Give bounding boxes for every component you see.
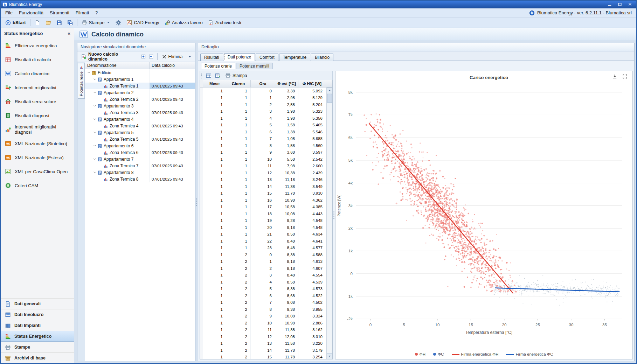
tree-row-zona-termica-5[interactable]: Zona Termica 507/01/2025 09:43 [85, 136, 195, 142]
sidebar-item-efficienza-energetica[interactable]: Efficienza energetica [1, 38, 74, 52]
sidebar-item-risultati-diagnosi[interactable]: Risultati diagnosi [1, 108, 74, 122]
download-chart-icon[interactable] [612, 74, 617, 79]
table-row[interactable]: 121311,583.220 [200, 340, 326, 347]
sidebar-item-interventi-migliorativi[interactable]: Interventi migliorativi [1, 80, 74, 94]
table-row[interactable]: 111210,382.439 [200, 169, 326, 176]
settings-button[interactable] [113, 19, 124, 27]
new-document-button[interactable] [32, 19, 43, 27]
scroll-up-button[interactable] [327, 88, 332, 93]
archivio-testi-button[interactable]: abArchivio testi [206, 19, 244, 27]
legend-c[interactable]: ΦC [433, 352, 444, 356]
table-row[interactable]: 1131,985.323 [200, 108, 326, 115]
table-row[interactable]: 111710,584.385 [200, 204, 326, 211]
tree-row-appartamento-8[interactable]: Appartamento 8 [85, 169, 195, 176]
sidebar-item-criteri-cam[interactable]: Criteri CAM [1, 178, 74, 192]
expand-all-button[interactable] [140, 53, 147, 60]
menu-item[interactable]: ? [92, 9, 101, 17]
collapse-sidebar-button[interactable]: « [68, 30, 70, 36]
tab-dati-potenze[interactable]: Dati potenze [224, 53, 255, 61]
tree-row-appartamento-6[interactable]: Appartamento 6 [85, 142, 195, 149]
close-button[interactable] [625, 2, 635, 8]
column-est-c[interactable]: Θ est [°C] [275, 80, 298, 87]
chevron-down-icon[interactable] [92, 157, 97, 161]
table-row[interactable]: 11209,184.548 [200, 224, 326, 231]
table-row[interactable]: 1181,584.560 [200, 142, 326, 149]
sidebar-item-xml-per-casaclima-open[interactable]: XML per CasaClima Open [1, 164, 74, 178]
table-row[interactable]: 1193,683.597 [200, 149, 326, 156]
bstart-button[interactable]: bStart [3, 19, 28, 27]
table-row[interactable]: 121411,783.179 [200, 347, 326, 354]
table-row[interactable]: 121010,982.886 [200, 320, 326, 327]
sidebar-item-xml-nazionale-sintetico[interactable]: XMLXML Nazionale (Sintetico) [1, 136, 74, 150]
menu-filmati[interactable]: Filmati [72, 9, 92, 17]
table-row[interactable]: 1151,585.465 [200, 122, 326, 129]
table-row[interactable]: 1279,084.502 [200, 299, 326, 306]
tree-row-appartamento-3[interactable]: Appartamento 3 [85, 103, 195, 109]
table-row[interactable]: 11199,284.548 [200, 217, 326, 224]
table-row[interactable]: 1248,584.539 [200, 279, 326, 286]
stampe-button[interactable]: Stampe [79, 19, 113, 27]
panel-splitter[interactable] [195, 43, 198, 361]
menu-strumenti[interactable]: Strumenti [47, 9, 72, 17]
chevron-down-icon[interactable] [92, 104, 97, 108]
tab-temperature[interactable]: Temperature [279, 54, 310, 61]
stampa-button[interactable]: Stampa [223, 72, 249, 79]
tree-row-zona-termica-8[interactable]: Zona Termica 807/01/2025 09:43 [85, 176, 195, 182]
chevron-down-icon[interactable] [92, 170, 97, 174]
chevron-down-icon[interactable] [92, 117, 97, 121]
column-denominazione[interactable]: Denominazione [85, 62, 150, 69]
subtab-potenze-orarie[interactable]: Potenze orarie [201, 63, 235, 69]
table-row[interactable]: 1161,385.546 [200, 128, 326, 135]
tab-risultati[interactable]: Risultati [200, 54, 223, 61]
elimina-button[interactable]: Elimina [160, 54, 185, 60]
tree-row-zona-termica-4[interactable]: Zona Termica 407/01/2025 09:43 [85, 122, 195, 129]
table-row[interactable]: 11228,484.641 [200, 238, 326, 245]
table-row[interactable]: 121511,783.254 [200, 354, 326, 359]
table-row[interactable]: 12910,083.324 [200, 313, 326, 320]
table-row[interactable]: 1258,384.573 [200, 286, 326, 293]
minimize-button[interactable] [605, 2, 614, 8]
column-data-calcolo[interactable]: Data calcolo [150, 62, 195, 69]
chevron-down-icon[interactable] [92, 144, 97, 148]
menu-file[interactable]: File [2, 9, 16, 17]
maximize-button[interactable] [615, 2, 624, 8]
tab-potenza-reale[interactable]: Potenza reale [78, 63, 85, 99]
table-row[interactable]: 11117,982.660 [200, 163, 326, 170]
tree-row-appartamento-5[interactable]: Appartamento 5 [85, 129, 195, 136]
table-row[interactable]: 1112,985.129 [200, 94, 326, 102]
tree-row-appartamento-1[interactable]: Appartamento 1 [85, 76, 195, 83]
table-row[interactable]: 1218,184.613 [200, 258, 326, 265]
sidebar-item-xml-nazionale-esteso[interactable]: XMLXML Nazionale (Esteso) [1, 150, 74, 164]
sidebar-item-stampe[interactable]: Stampe [1, 342, 74, 352]
table-row[interactable]: 111411,383.549 [200, 183, 326, 190]
column-giorno[interactable]: Giorno [226, 80, 251, 87]
table-row[interactable]: 1289,383.955 [200, 306, 326, 313]
table-row[interactable]: 121212,083.010 [200, 333, 326, 340]
sidebar-item-dati-impianti[interactable]: Dati Impianti [1, 320, 74, 331]
sidebar-item-risultati-serra-solare[interactable]: Risultati serra solare [1, 94, 74, 108]
table-row[interactable]: 1228,184.607 [200, 265, 326, 272]
tree-row-zona-termica-3[interactable]: Zona Termica 307/01/2025 09:43 [85, 109, 195, 116]
sidebar-item-dati-generali[interactable]: Dati generali [1, 298, 74, 309]
grid-scrollbar[interactable] [326, 88, 332, 359]
collapse-all-button[interactable] [148, 53, 154, 60]
table-row[interactable]: 11238,484.577 [200, 245, 326, 252]
grid-export-button[interactable] [214, 72, 222, 79]
column-mese[interactable]: Mese [203, 80, 226, 87]
cad-energy-button[interactable]: CAD Energy [124, 19, 161, 27]
sidebar-item-status-energetico[interactable]: Status Energetico [1, 331, 74, 342]
tree-row-appartamento-2[interactable]: Appartamento 2 [85, 89, 195, 96]
tree-row-appartamento-4[interactable]: Appartamento 4 [85, 116, 195, 122]
grid-layout-button[interactable] [205, 72, 213, 79]
tree-row-appartamento-7[interactable]: Appartamento 7 [85, 156, 195, 162]
table-row[interactable]: 1122,585.204 [200, 101, 326, 108]
tree-row-edificio[interactable]: Edificio [85, 69, 195, 76]
chevron-down-icon[interactable] [86, 71, 91, 75]
sidebar-item-risultati-di-calcolo[interactable]: Risultati di calcolo [1, 52, 74, 66]
sidebar-item-calcolo-dinamico[interactable]: Calcolo dinamico [1, 66, 74, 80]
fullscreen-chart-icon[interactable] [622, 74, 628, 79]
table-row[interactable]: 1103,385.092 [200, 88, 326, 94]
chevron-down-icon[interactable] [92, 131, 97, 134]
table-row[interactable]: 111311,183.246 [200, 176, 326, 183]
save-button[interactable] [54, 19, 64, 27]
